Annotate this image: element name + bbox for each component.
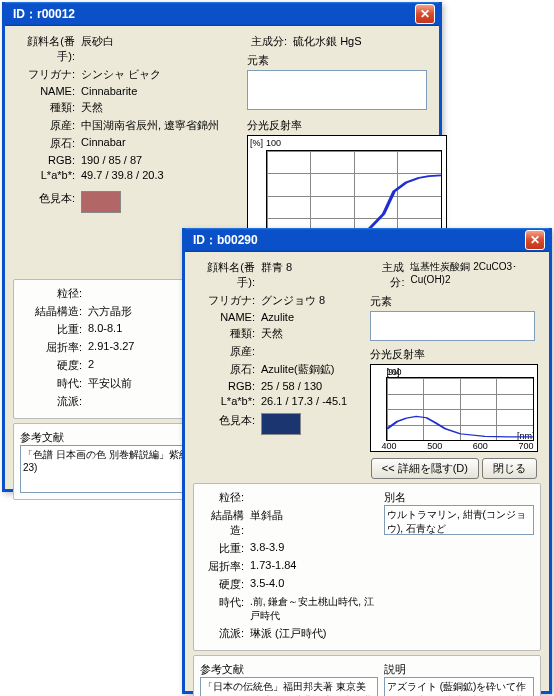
- titlebar[interactable]: ID：r00012 ✕: [5, 2, 439, 26]
- label: 時代:: [20, 376, 88, 391]
- kind: 天然: [81, 100, 243, 115]
- rgb: 190 / 85 / 87: [81, 154, 243, 166]
- tick: 500: [427, 441, 442, 451]
- label: 結晶構造:: [20, 304, 88, 319]
- label: 結晶構造:: [200, 508, 250, 538]
- label: L*a*b*:: [13, 169, 81, 181]
- raw-stone: Cinnabar: [81, 136, 243, 148]
- label: 種類:: [13, 100, 81, 115]
- raw-stone: Azulite(藍銅鉱): [261, 362, 367, 377]
- label: 屈折率:: [200, 559, 250, 574]
- rgb: 25 / 58 / 130: [261, 380, 367, 392]
- label: 時代:: [200, 595, 250, 610]
- pigment-name: 群青 8: [261, 260, 367, 275]
- titlebar[interactable]: ID：b00290 ✕: [185, 228, 549, 252]
- alias-label: 別名: [384, 490, 534, 505]
- label: 屈折率:: [20, 340, 88, 355]
- label: 原石:: [193, 362, 261, 377]
- name-en: Cinnabarite: [81, 85, 243, 97]
- color-swatch: [261, 413, 301, 435]
- label: 種類:: [193, 326, 261, 341]
- label: RGB:: [193, 380, 261, 392]
- label: フリガナ:: [13, 67, 81, 82]
- composition: 硫化水銀 HgS: [293, 34, 431, 49]
- label: 主成分:: [370, 260, 410, 290]
- ref-label: 参考文献: [200, 662, 378, 677]
- element-box[interactable]: [247, 70, 427, 110]
- tick: 700: [518, 441, 533, 451]
- label: 原石:: [13, 136, 81, 151]
- label: 流派:: [200, 626, 250, 641]
- composition: 塩基性炭酸銅 2CuCO3･Cu(OH)2: [410, 260, 541, 285]
- y-top: 100: [266, 138, 281, 148]
- label: NAME:: [193, 311, 261, 323]
- crystal: 単斜晶: [250, 508, 378, 523]
- spectrum-chart: [%] 100 [nm] 400 500 600 700: [370, 364, 538, 452]
- era: .前, 鎌倉～安土桃山時代, 江戸時代: [250, 595, 378, 623]
- label: 粒径:: [20, 286, 88, 301]
- label: 原産:: [13, 118, 81, 133]
- school: 琳派 (江戸時代): [250, 626, 378, 641]
- alias-box[interactable]: ウルトラマリン, 紺青(コンジョウ), 石青など: [384, 505, 534, 535]
- kind: 天然: [261, 326, 367, 341]
- close-button[interactable]: 閉じる: [482, 458, 537, 479]
- label: 粒径:: [200, 490, 250, 505]
- origin: 中国湖南省辰州, 遼寧省錦州: [81, 118, 243, 133]
- hardness: 3.5-4.0: [250, 577, 378, 589]
- refraction: 1.73-1.84: [250, 559, 378, 571]
- tick: 600: [473, 441, 488, 451]
- tick: 400: [381, 441, 396, 451]
- label: 原産:: [193, 344, 261, 359]
- label: 硬度:: [20, 358, 88, 373]
- lab: 49.7 / 39.8 / 20.3: [81, 169, 243, 181]
- toggle-details-button[interactable]: << 詳細を隠す(D): [371, 458, 479, 479]
- close-icon[interactable]: ✕: [415, 4, 435, 24]
- label: NAME:: [13, 85, 81, 97]
- label: 顔料名(番手):: [193, 260, 261, 290]
- label: 比重:: [200, 541, 250, 556]
- lab: 26.1 / 17.3 / -45.1: [261, 395, 367, 407]
- label: 色見本:: [193, 413, 261, 428]
- label: 硬度:: [200, 577, 250, 592]
- section-spectrum: 分光反射率: [247, 118, 431, 133]
- description-box[interactable]: アズライト (藍銅鉱)を砕いて作られる青色の顔料(岩絵具)。藍銅鉱は孔雀石(マラ…: [384, 677, 534, 696]
- label: 流派:: [20, 394, 88, 409]
- color-swatch: [81, 191, 121, 213]
- window-title: ID：b00290: [189, 232, 525, 249]
- pigment-name: 辰砂白: [81, 34, 243, 49]
- density: 3.8-3.9: [250, 541, 378, 553]
- label: L*a*b*:: [193, 395, 261, 407]
- element-box[interactable]: [370, 311, 535, 341]
- furigana: シンシャ ビャク: [81, 67, 243, 82]
- y-unit: [%]: [250, 138, 263, 148]
- label: 比重:: [20, 322, 88, 337]
- desc-label: 説明: [384, 662, 534, 677]
- window-b00290: ID：b00290 ✕ 顔料名(番手):群青 8 フリガナ:グンジョウ 8 NA…: [182, 228, 552, 694]
- name-en: Azulite: [261, 311, 367, 323]
- label: フリガナ:: [193, 293, 261, 308]
- section-spectrum: 分光反射率: [370, 347, 541, 362]
- y-top: 100: [386, 367, 401, 377]
- window-title: ID：r00012: [9, 6, 415, 23]
- section-element: 元素: [247, 53, 431, 68]
- label: 顔料名(番手):: [13, 34, 81, 64]
- label: 色見本:: [13, 191, 81, 206]
- label: RGB:: [13, 154, 81, 166]
- references-list[interactable]: 「日本の伝統色」福田邦夫著 東京美術 (P31) 「日本の色辞典」吉岡幸雄著 紫…: [200, 677, 378, 696]
- close-icon[interactable]: ✕: [525, 230, 545, 250]
- furigana: グンジョウ 8: [261, 293, 367, 308]
- section-element: 元素: [370, 294, 541, 309]
- label: 主成分:: [247, 34, 293, 49]
